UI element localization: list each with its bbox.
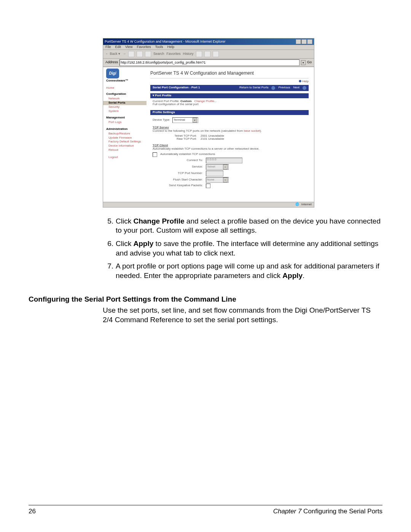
embedded-screenshot: PortServer TS 4 W Configuration and Mana… <box>103 38 314 208</box>
ie-title-bar: PortServer TS 4 W Configuration and Mana… <box>103 38 314 45</box>
keepalive-checkbox[interactable] <box>206 184 210 188</box>
nav-port-logs[interactable]: Port Logs <box>106 120 144 125</box>
ie-menu-bar: File Edit View Favorites Tools Help <box>103 45 314 50</box>
status-right: Internet <box>301 203 312 206</box>
flush-value: None <box>207 178 214 182</box>
footer-right: Chapter 7 Configuring the Serial Ports <box>273 508 382 515</box>
window-controls <box>296 39 312 44</box>
nav-reboot[interactable]: Reboot <box>106 148 144 152</box>
nav-home[interactable]: Home <box>106 86 144 90</box>
return-link[interactable]: Return to Serial Ports <box>239 86 268 89</box>
section-body-command-line: Use the set ports, set line, and set flo… <box>103 306 382 324</box>
list-item-5: 5. Click Change Profile and select a pro… <box>103 217 382 235</box>
item-number: 6. <box>103 239 116 258</box>
bold-change-profile: Change Profile <box>133 217 184 225</box>
web-content: Digi Connectware™ Home Configuration Net… <box>103 67 314 202</box>
edit-icon[interactable] <box>213 51 219 57</box>
profile-desc: Full configuration of the serial port <box>153 103 306 106</box>
menu-tools[interactable]: Tools <box>155 45 163 49</box>
auto-conn-row: Automatically establish TCP connections <box>153 152 306 157</box>
nav-security[interactable]: Security <box>106 105 144 109</box>
chapter-label: Chapter 7 <box>273 508 302 515</box>
auto-conn-checkbox[interactable] <box>153 152 157 157</box>
ie-address-bar: Address ▾ Go <box>103 59 314 67</box>
back-button[interactable]: ← Back ▾ <box>105 52 120 56</box>
change-profile-link[interactable]: Change Profile... <box>194 99 217 103</box>
tcp-port-num-label: TCP Port Number: <box>153 172 203 175</box>
next-link[interactable]: Next <box>293 86 299 89</box>
flush-label: Flush Start Character: <box>153 178 203 182</box>
url-dropdown-icon[interactable]: ▾ <box>301 60 306 65</box>
window-title: PortServer TS 4 W Configuration and Mana… <box>105 40 225 44</box>
port-profile-header[interactable]: ▾ Port Profile <box>150 93 309 98</box>
main-panel: PortServer TS 4 W Configuration and Mana… <box>147 67 314 202</box>
section-title: Serial Port Configuration - Port 1 <box>153 86 200 89</box>
mail-icon[interactable] <box>196 51 202 57</box>
history-button[interactable]: History <box>183 52 194 56</box>
nav-firmware[interactable]: Update Firmware <box>106 136 144 140</box>
home-icon[interactable] <box>145 51 151 57</box>
prev-link[interactable]: Previous <box>278 86 290 89</box>
nav-config-title: Configuration <box>106 93 144 96</box>
forward-button[interactable]: → <box>123 52 126 56</box>
print-icon[interactable] <box>204 51 210 57</box>
current-profile-value: Custom <box>180 99 192 103</box>
tcp-client-text: Automatically establish TCP connections … <box>153 147 306 151</box>
menu-view[interactable]: View <box>125 45 132 49</box>
next-icon[interactable] <box>303 86 306 90</box>
device-type-select[interactable]: Terminal ▾ <box>172 117 198 123</box>
menu-edit[interactable]: Edit <box>115 45 121 49</box>
item-number: 7. <box>103 262 116 280</box>
divider <box>150 78 309 78</box>
profile-info: Current Port Profile: Custom Change Prof… <box>150 98 309 108</box>
nav-admin-title: Administration <box>106 128 144 131</box>
raw-port-label: Raw TCP Port: <box>167 137 197 141</box>
chapter-title: Configuring the Serial Ports <box>301 508 382 515</box>
service-select[interactable]: Telnet ▾ <box>206 164 229 170</box>
device-type-label: Device Type: <box>153 118 170 122</box>
favorites-button[interactable]: Favorites <box>167 52 181 56</box>
close-button[interactable] <box>307 39 312 44</box>
prev-icon[interactable] <box>271 86 275 90</box>
digi-logo: Digi <box>106 69 119 78</box>
go-button[interactable]: Go <box>307 61 312 64</box>
maximize-button[interactable] <box>301 39 307 44</box>
nav-serial-ports[interactable]: Serial Ports <box>103 101 147 105</box>
tcp-port-num-input[interactable] <box>206 171 223 176</box>
chevron-down-icon: ▾ <box>193 118 197 123</box>
menu-file[interactable]: File <box>105 45 111 49</box>
search-button[interactable]: Search <box>153 52 164 56</box>
url-input[interactable] <box>119 59 299 66</box>
nav-backup[interactable]: Backup/Restore <box>106 132 144 136</box>
flush-select[interactable]: None ▾ <box>206 177 229 183</box>
profile-settings-block: Device Type: Terminal ▾ TCP Server Conne… <box>150 115 309 190</box>
sidebar: Digi Connectware™ Home Configuration Net… <box>103 67 147 202</box>
nav-logout[interactable]: Logout <box>106 155 144 160</box>
menu-help[interactable]: Help <box>167 45 174 49</box>
connect-to-input[interactable]: 0.0.0.0 <box>206 158 242 163</box>
base-socket-link[interactable]: base socket <box>244 129 260 133</box>
page-footer: 26 Chapter 7 Configuring the Serial Port… <box>29 505 382 515</box>
bold-apply-1: Apply <box>133 240 153 248</box>
chevron-down-icon: ▾ <box>223 177 228 182</box>
raw-port-value: 2101 Unavailable <box>201 137 224 141</box>
list-item-6: 6. Click Apply to save the profile. The … <box>103 239 382 258</box>
help-link[interactable]: ❶ Help <box>150 80 309 83</box>
current-profile-label: Current Port Profile: <box>153 99 180 103</box>
service-label: Service: <box>153 165 203 169</box>
internet-zone-icon: 🌐 <box>295 203 299 206</box>
stop-icon[interactable] <box>128 51 134 57</box>
nav-factory[interactable]: Factory Default Settings <box>106 140 144 144</box>
address-label: Address <box>105 61 118 64</box>
minimize-button[interactable] <box>296 39 301 44</box>
nav-network[interactable]: Network <box>106 97 144 101</box>
device-type-value: Terminal <box>174 118 185 122</box>
nav-devinfo[interactable]: Device Information <box>106 144 144 148</box>
profile-settings-header: Profile Settings <box>150 110 309 115</box>
nav-system[interactable]: System <box>106 109 144 113</box>
menu-favorites[interactable]: Favorites <box>137 45 151 49</box>
refresh-icon[interactable] <box>137 51 143 57</box>
page-number: 26 <box>29 508 36 515</box>
tcp-server-text: Connect to the following TCP ports on th… <box>153 129 306 133</box>
document-page: PortServer TS 4 W Configuration and Mana… <box>0 0 411 532</box>
